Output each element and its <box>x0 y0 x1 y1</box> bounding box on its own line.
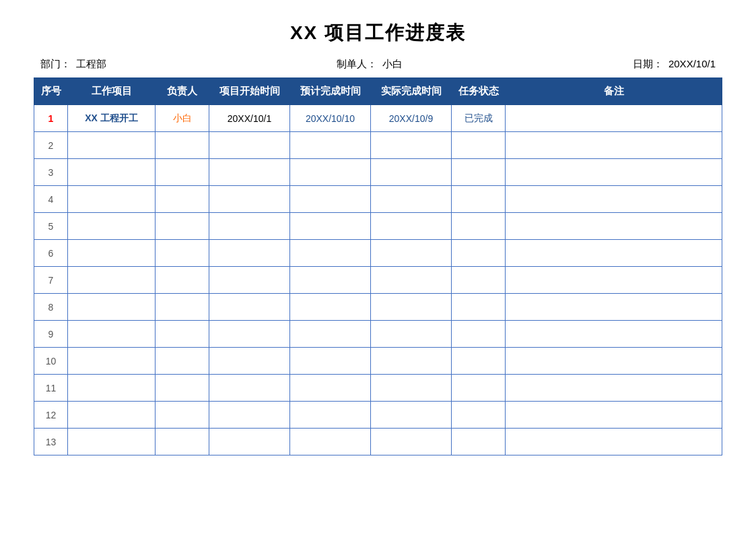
cell-start <box>209 267 290 294</box>
cell-task <box>68 375 156 402</box>
cell-planned <box>290 429 371 455</box>
cell-notes <box>506 132 722 159</box>
cell-planned <box>290 132 371 159</box>
table-header-row: 序号 工作项目 负责人 项目开始时间 预计完成时间 实际完成时间 任务状态 备注 <box>34 78 722 105</box>
cell-seq: 8 <box>34 294 68 321</box>
cell-notes <box>506 267 722 294</box>
cell-planned <box>290 159 371 186</box>
cell-planned <box>290 375 371 402</box>
cell-actual <box>371 348 452 375</box>
cell-notes <box>506 105 722 132</box>
cell-actual <box>371 186 452 213</box>
cell-start <box>209 294 290 321</box>
table-row: 9 <box>34 321 722 348</box>
date-value: 20XX/10/1 <box>668 58 716 71</box>
cell-actual <box>371 213 452 240</box>
cell-seq: 2 <box>34 132 68 159</box>
cell-start <box>209 213 290 240</box>
cell-task <box>68 267 156 294</box>
table-row: 4 <box>34 186 722 213</box>
table-row: 3 <box>34 159 722 186</box>
cell-status <box>452 213 506 240</box>
cell-notes <box>506 240 722 267</box>
cell-notes <box>506 321 722 348</box>
cell-person <box>156 159 209 186</box>
col-header-seq: 序号 <box>34 78 68 105</box>
creator-meta: 制单人： 小白 <box>337 58 403 71</box>
cell-person <box>156 240 209 267</box>
cell-seq: 12 <box>34 402 68 429</box>
cell-task <box>68 240 156 267</box>
cell-task <box>68 402 156 429</box>
cell-person <box>156 267 209 294</box>
cell-seq: 11 <box>34 375 68 402</box>
cell-seq: 1 <box>34 105 68 132</box>
cell-task <box>68 159 156 186</box>
cell-actual <box>371 132 452 159</box>
cell-person <box>156 213 209 240</box>
table-row: 5 <box>34 213 722 240</box>
page-title: XX 项目工作进度表 <box>34 20 722 46</box>
dept-meta: 部门： 工程部 <box>40 58 106 71</box>
cell-seq: 7 <box>34 267 68 294</box>
cell-start <box>209 375 290 402</box>
cell-task <box>68 186 156 213</box>
table-row: 2 <box>34 132 722 159</box>
cell-seq: 10 <box>34 348 68 375</box>
col-header-start: 项目开始时间 <box>209 78 290 105</box>
cell-start <box>209 132 290 159</box>
cell-notes <box>506 159 722 186</box>
cell-status <box>452 321 506 348</box>
col-header-notes: 备注 <box>506 78 722 105</box>
cell-start <box>209 402 290 429</box>
table-row: 8 <box>34 294 722 321</box>
cell-person <box>156 402 209 429</box>
cell-seq: 6 <box>34 240 68 267</box>
cell-planned <box>290 402 371 429</box>
col-header-planned: 预计完成时间 <box>290 78 371 105</box>
col-header-actual: 实际完成时间 <box>371 78 452 105</box>
table-row: 13 <box>34 429 722 455</box>
cell-person <box>156 294 209 321</box>
cell-actual <box>371 267 452 294</box>
cell-actual <box>371 429 452 455</box>
progress-table: 序号 工作项目 负责人 项目开始时间 预计完成时间 实际完成时间 任务状态 备注… <box>34 77 722 455</box>
meta-row: 部门： 工程部 制单人： 小白 日期： 20XX/10/1 <box>34 58 722 71</box>
cell-seq: 13 <box>34 429 68 455</box>
cell-person <box>156 375 209 402</box>
cell-actual: 20XX/10/9 <box>371 105 452 132</box>
cell-actual <box>371 159 452 186</box>
table-row: 6 <box>34 240 722 267</box>
cell-task <box>68 321 156 348</box>
creator-value: 小白 <box>382 58 403 71</box>
cell-seq: 9 <box>34 321 68 348</box>
cell-status <box>452 429 506 455</box>
cell-planned <box>290 348 371 375</box>
cell-status <box>452 240 506 267</box>
cell-person: 小白 <box>156 105 209 132</box>
cell-actual <box>371 294 452 321</box>
creator-label: 制单人： <box>337 58 377 71</box>
cell-start <box>209 240 290 267</box>
cell-task <box>68 213 156 240</box>
cell-task: XX 工程开工 <box>68 105 156 132</box>
table-row: 1XX 工程开工小白20XX/10/120XX/10/1020XX/10/9已完… <box>34 105 722 132</box>
cell-planned <box>290 240 371 267</box>
cell-actual <box>371 321 452 348</box>
cell-start: 20XX/10/1 <box>209 105 290 132</box>
cell-task <box>68 132 156 159</box>
cell-status <box>452 348 506 375</box>
cell-notes <box>506 213 722 240</box>
cell-status <box>452 186 506 213</box>
cell-seq: 3 <box>34 159 68 186</box>
cell-status <box>452 294 506 321</box>
cell-planned <box>290 186 371 213</box>
table-row: 12 <box>34 402 722 429</box>
cell-planned <box>290 267 371 294</box>
dept-value: 工程部 <box>76 58 106 71</box>
cell-actual <box>371 402 452 429</box>
cell-notes <box>506 429 722 455</box>
cell-planned <box>290 213 371 240</box>
cell-person <box>156 186 209 213</box>
cell-task <box>68 294 156 321</box>
